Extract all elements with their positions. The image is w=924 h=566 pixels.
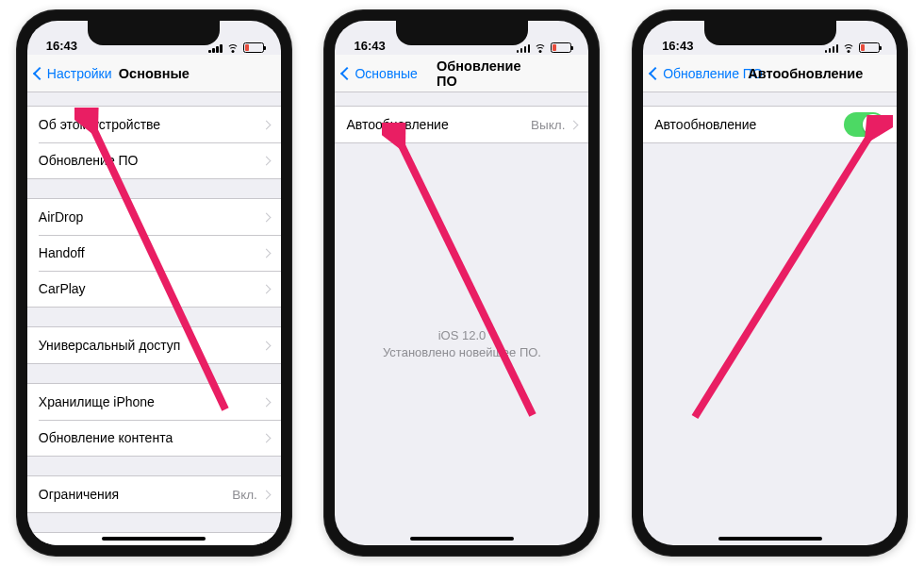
- settings-group: Ограничения Вкл.: [27, 475, 281, 513]
- status-indicators: [825, 42, 881, 53]
- battery-icon: [551, 42, 571, 53]
- row-label: Ограничения: [39, 487, 232, 502]
- chevron-right-icon: [261, 212, 271, 222]
- wifi-icon: [842, 43, 855, 53]
- status-time: 16:43: [354, 39, 385, 53]
- wifi-icon: [534, 43, 547, 53]
- row-label: Хранилище iPhone: [39, 394, 263, 409]
- row-restrictions[interactable]: Ограничения Вкл.: [27, 476, 281, 512]
- row-label: Handoff: [39, 245, 263, 260]
- row-label: Обновление ПО: [39, 153, 263, 168]
- settings-group: Автообновление Выкл.: [335, 106, 588, 143]
- screen: 16:43 Основные Обновление ПО Автообновле…: [335, 21, 588, 545]
- chevron-right-icon: [261, 156, 271, 165]
- notch: [88, 21, 220, 45]
- settings-group: Универсальный доступ: [27, 326, 281, 364]
- status-wrap: iOS 12.0 Установлено новейшее ПО.: [335, 143, 588, 545]
- row-about-device[interactable]: Об этом устройстве: [27, 107, 281, 142]
- row-iphone-storage[interactable]: Хранилище iPhone: [27, 384, 281, 420]
- row-label: Автообновление: [346, 117, 531, 132]
- home-indicator[interactable]: [410, 537, 514, 541]
- chevron-right-icon: [261, 433, 271, 442]
- back-label: Настройки: [47, 66, 112, 81]
- status-time: 16:43: [46, 39, 77, 53]
- settings-content[interactable]: Об этом устройстве Обновление ПО AirDrop…: [27, 92, 281, 545]
- chevron-right-icon: [261, 120, 271, 129]
- chevron-right-icon: [261, 341, 271, 350]
- chevron-right-icon: [261, 248, 271, 258]
- status-indicators: [517, 42, 572, 53]
- chevron-left-icon: [649, 66, 662, 79]
- row-label: Обновление контента: [39, 430, 263, 445]
- nav-bar: Обновление ПО Автообновление: [643, 55, 897, 92]
- nav-bar: Настройки Основные: [27, 55, 281, 92]
- battery-icon: [243, 42, 264, 53]
- settings-group: Автообновление: [643, 106, 897, 143]
- row-airdrop[interactable]: AirDrop: [27, 199, 281, 235]
- auto-update-content: Автообновление: [643, 92, 897, 545]
- status-time: 16:43: [662, 39, 693, 53]
- screen: 16:43 Обновление ПО Автообновление Автоо…: [643, 21, 897, 545]
- phone-frame: 16:43 Основные Обновление ПО Автообновле…: [323, 9, 600, 557]
- settings-group: AirDrop Handoff CarPlay: [27, 198, 281, 308]
- row-value: Выкл.: [531, 118, 565, 132]
- update-content: Автообновление Выкл. iOS 12.0 Установлен…: [335, 92, 588, 545]
- cellular-icon: [208, 43, 223, 53]
- cellular-icon: [825, 43, 839, 53]
- back-label: Основные: [355, 66, 417, 81]
- nav-title: Обновление ПО: [437, 58, 538, 89]
- row-label: Универсальный доступ: [39, 338, 263, 353]
- update-status-text: iOS 12.0 Установлено новейшее ПО.: [364, 327, 560, 361]
- phone-frame: 16:43 Настройки Основные Об этом устройс…: [16, 9, 292, 557]
- screen: 16:43 Настройки Основные Об этом устройс…: [27, 21, 281, 545]
- phone-frame: 16:43 Обновление ПО Автообновление Автоо…: [632, 9, 908, 557]
- row-label: AirDrop: [39, 209, 263, 225]
- row-label: Дата и время: [39, 543, 263, 545]
- home-indicator[interactable]: [718, 537, 822, 541]
- back-button[interactable]: Обновление ПО: [649, 66, 762, 81]
- row-label: Автообновление: [654, 117, 844, 132]
- row-software-update[interactable]: Обновление ПО: [27, 142, 281, 178]
- wifi-icon: [226, 43, 239, 53]
- chevron-right-icon: [261, 397, 271, 407]
- row-auto-update-toggle[interactable]: Автообновление: [643, 107, 897, 142]
- back-button[interactable]: Основные: [340, 66, 417, 81]
- row-label: Об этом устройстве: [39, 117, 263, 132]
- row-handoff[interactable]: Handoff: [27, 235, 281, 271]
- chevron-left-icon: [33, 66, 46, 79]
- row-accessibility[interactable]: Универсальный доступ: [27, 327, 281, 363]
- settings-group: Хранилище iPhone Обновление контента: [27, 383, 281, 457]
- row-auto-update[interactable]: Автообновление Выкл.: [335, 107, 588, 142]
- cellular-icon: [517, 43, 531, 53]
- chevron-right-icon: [261, 284, 271, 293]
- chevron-right-icon: [569, 120, 579, 129]
- nav-title: Основные: [119, 66, 190, 81]
- status-indicators: [208, 42, 264, 53]
- row-label: CarPlay: [39, 281, 263, 296]
- row-value: Вкл.: [232, 488, 257, 502]
- row-background-refresh[interactable]: Обновление контента: [27, 420, 281, 456]
- update-status-line: Установлено новейшее ПО.: [383, 344, 541, 361]
- notch: [396, 21, 528, 45]
- toggle-switch-on[interactable]: [844, 112, 885, 137]
- chevron-right-icon: [261, 490, 271, 499]
- back-button[interactable]: Настройки: [33, 66, 112, 81]
- chevron-left-icon: [340, 66, 354, 79]
- nav-bar: Основные Обновление ПО: [335, 55, 588, 92]
- ios-version: iOS 12.0: [383, 327, 541, 344]
- settings-group: Об этом устройстве Обновление ПО: [27, 106, 281, 179]
- row-carplay[interactable]: CarPlay: [27, 271, 281, 307]
- notch: [704, 21, 836, 45]
- nav-title: Автообновление: [748, 66, 863, 81]
- home-indicator[interactable]: [102, 537, 206, 541]
- battery-icon: [859, 42, 880, 53]
